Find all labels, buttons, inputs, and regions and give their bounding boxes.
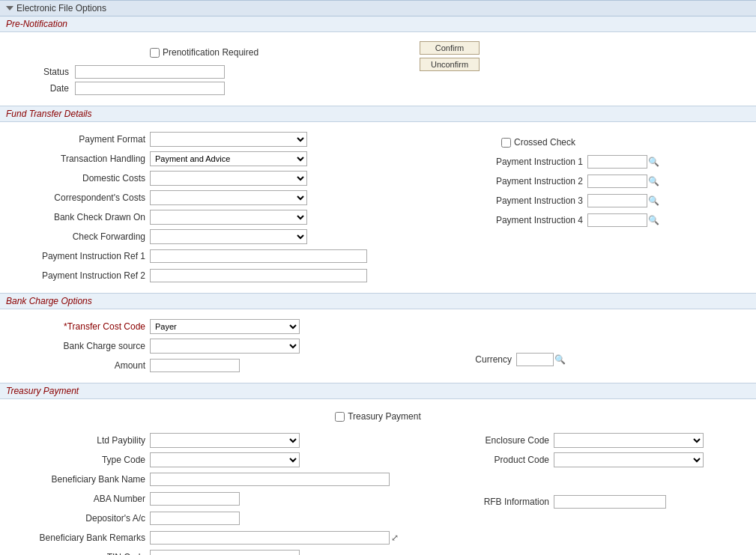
electronic-file-options-title: Electronic File Options	[16, 3, 106, 13]
beneficiary-bank-remarks-label: Beneficiary Bank Remarks	[0, 533, 150, 543]
crossed-check-row: Crossed Check	[456, 134, 756, 151]
collapse-triangle-icon[interactable]	[6, 6, 13, 10]
correspondents-costs-label: Correspondent's Costs	[0, 192, 150, 203]
product-code-label: Product Code	[456, 455, 554, 465]
payment-instruction1-row: Payment Instruction 1 🔍	[456, 154, 756, 170]
payment-instruction-ref1-field[interactable]	[150, 249, 367, 263]
bank-charge-title: Bank Charge Options	[6, 296, 92, 306]
correspondents-costs-select[interactable]	[150, 190, 307, 205]
product-code-select[interactable]	[554, 452, 704, 467]
payment-format-label: Payment Format	[0, 134, 150, 145]
beneficiary-bank-name-label: Beneficiary Bank Name	[0, 474, 150, 485]
crossed-check-checkbox[interactable]	[501, 138, 511, 148]
bank-charge-section: Bank Charge Options *Transfer Cost Code …	[0, 294, 756, 383]
beneficiary-bank-name-field[interactable]	[150, 473, 390, 486]
bank-charge-right: Currency 🔍	[441, 315, 756, 377]
depositors-ac-label: Depositor's A/c	[0, 513, 150, 524]
type-code-row: Type Code	[0, 452, 441, 468]
currency-row: Currency 🔍	[456, 351, 566, 368]
payment-instruction-ref1-label: Payment Instruction Ref 1	[0, 251, 150, 261]
prenotification-required-label: Prenotification Required	[163, 47, 258, 58]
treasury-payment-checkbox[interactable]	[335, 412, 345, 422]
transfer-cost-code-select[interactable]: Payer	[150, 319, 300, 334]
status-field[interactable]	[75, 65, 225, 79]
currency-field[interactable]	[516, 353, 554, 366]
payment-instruction3-field[interactable]	[587, 194, 647, 207]
ltd-payibility-select[interactable]	[150, 433, 300, 448]
currency-search-icon[interactable]: 🔍	[554, 354, 566, 366]
bank-charge-source-select[interactable]	[150, 339, 300, 354]
payment-instruction1-label: Payment Instruction 1	[456, 157, 587, 167]
bank-check-drawn-on-row: Bank Check Drawn On	[0, 209, 441, 225]
check-forwarding-label: Check Forwarding	[0, 231, 150, 242]
payment-format-select[interactable]	[150, 132, 307, 147]
payment-instruction3-search-icon[interactable]: 🔍	[647, 195, 659, 207]
check-forwarding-select[interactable]	[150, 229, 307, 244]
treasury-payment-checkbox-label: Treasury Payment	[348, 411, 421, 422]
payment-instruction3-label: Payment Instruction 3	[456, 195, 587, 206]
aba-number-field[interactable]	[150, 492, 240, 506]
enclosure-code-label: Enclosure Code	[456, 435, 554, 446]
payment-instruction2-field[interactable]	[587, 175, 647, 188]
domestic-costs-label: Domestic Costs	[0, 173, 150, 184]
payment-instruction2-search-icon[interactable]: 🔍	[647, 175, 659, 187]
bank-charge-source-row: Bank Charge source	[0, 338, 441, 354]
transfer-cost-code-label: *Transfer Cost Code	[0, 321, 150, 332]
payment-instruction1-search-icon[interactable]: 🔍	[647, 156, 659, 168]
treasury-payment-checkbox-row: Treasury Payment	[0, 408, 756, 425]
treasury-payment-body: Treasury Payment Ltd Paybility Type Code	[0, 399, 756, 555]
rfb-information-label: RFB Information	[456, 497, 554, 507]
fund-transfer-cols: Payment Format Transaction Handling Paym…	[0, 128, 756, 287]
domestic-costs-row: Domestic Costs	[0, 170, 441, 186]
confirm-button[interactable]: Confirm	[420, 41, 480, 55]
bank-charge-left: *Transfer Cost Code Payer Bank Charge so…	[0, 315, 441, 377]
enclosure-code-select[interactable]	[554, 433, 704, 448]
bank-check-drawn-on-select[interactable]	[150, 210, 307, 225]
payment-instruction4-search-icon[interactable]: 🔍	[647, 214, 659, 226]
unconfirm-button[interactable]: Unconfirm	[420, 58, 480, 71]
page-wrapper: Electronic File Options Pre-Notification…	[0, 0, 756, 555]
transaction-handling-select[interactable]: Payment and Advice	[150, 151, 307, 166]
fund-transfer-left: Payment Format Transaction Handling Paym…	[0, 128, 441, 287]
aba-number-row: ABA Number	[0, 491, 441, 507]
type-code-select[interactable]	[150, 452, 300, 467]
beneficiary-bank-remarks-row: Beneficiary Bank Remarks ⤢	[0, 530, 441, 546]
bank-charge-body: *Transfer Cost Code Payer Bank Charge so…	[0, 309, 756, 383]
domestic-costs-select[interactable]	[150, 171, 307, 186]
type-code-label: Type Code	[0, 455, 150, 465]
amount-field[interactable]	[150, 359, 240, 372]
fund-transfer-header: Fund Transfer Details	[0, 106, 756, 122]
bank-check-drawn-on-label: Bank Check Drawn On	[0, 212, 150, 222]
rfb-information-row: RFB Information	[456, 494, 756, 510]
remarks-expand-icon[interactable]: ⤢	[391, 533, 399, 543]
bank-charge-cols: *Transfer Cost Code Payer Bank Charge so…	[0, 315, 756, 377]
beneficiary-bank-remarks-field[interactable]	[150, 531, 390, 545]
payment-instruction1-field[interactable]	[587, 155, 647, 169]
payment-instruction3-row: Payment Instruction 3 🔍	[456, 192, 756, 209]
correspondents-costs-row: Correspondent's Costs	[0, 189, 441, 206]
prenotification-required-checkbox[interactable]	[150, 48, 160, 58]
payment-instruction2-row: Payment Instruction 2 🔍	[456, 173, 756, 189]
payment-instruction4-label: Payment Instruction 4	[456, 215, 587, 225]
bank-charge-source-label: Bank Charge source	[0, 341, 150, 351]
rfb-information-field[interactable]	[554, 495, 666, 509]
transaction-handling-row: Transaction Handling Payment and Advice	[0, 151, 441, 167]
date-row: Date	[15, 82, 390, 95]
pre-notification-right: Confirm Unconfirm	[420, 41, 480, 71]
depositors-ac-field[interactable]	[150, 512, 240, 525]
fund-transfer-body: Payment Format Transaction Handling Paym…	[0, 122, 756, 294]
bank-charge-header: Bank Charge Options	[0, 294, 756, 309]
transaction-handling-label: Transaction Handling	[0, 154, 150, 164]
status-label: Status	[15, 67, 75, 77]
payment-instruction4-field[interactable]	[587, 213, 647, 227]
payment-instruction-ref2-field[interactable]	[150, 269, 367, 282]
fund-transfer-section: Fund Transfer Details Payment Format Tra…	[0, 106, 756, 294]
date-field[interactable]	[75, 82, 225, 95]
pre-notification-left: Prenotification Required Status Date	[15, 41, 390, 97]
tin-code-select[interactable]	[150, 550, 300, 555]
payment-instruction2-label: Payment Instruction 2	[456, 176, 587, 186]
tin-code-label: TIN Code	[0, 552, 150, 555]
electronic-file-options-header: Electronic File Options	[0, 0, 756, 16]
treasury-payment-title: Treasury Payment	[6, 386, 79, 396]
payment-instruction-ref2-label: Payment Instruction Ref 2	[0, 270, 150, 281]
